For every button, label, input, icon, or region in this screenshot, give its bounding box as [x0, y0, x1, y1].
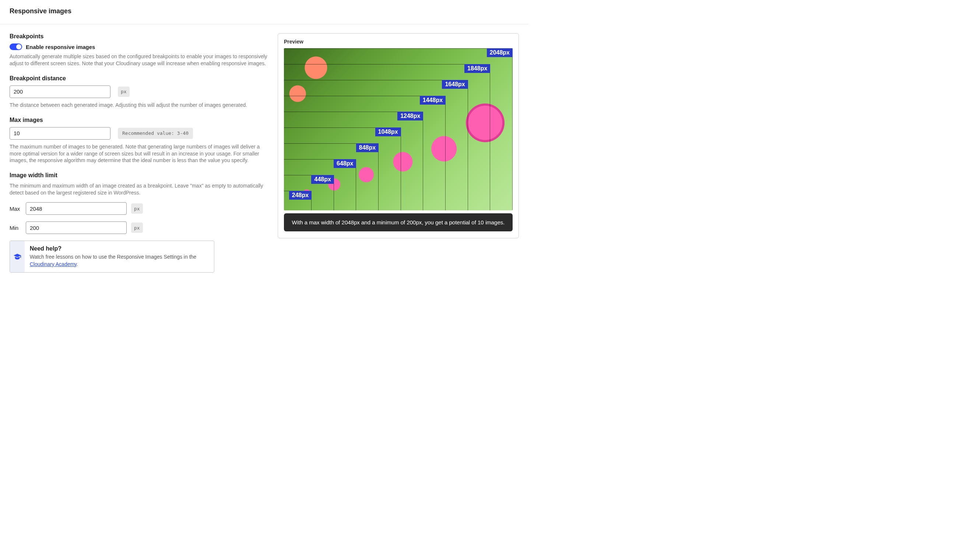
preview-frame-label: 1848px	[464, 64, 490, 73]
distance-unit: px	[118, 87, 130, 97]
preview-frame-label: 2048px	[487, 48, 513, 57]
help-card-body: Watch free lessons on how to use the Res…	[30, 253, 209, 268]
width-limit-help: The minimum and maximum width of an imag…	[9, 182, 267, 197]
distance-input[interactable]	[9, 85, 110, 98]
enable-responsive-toggle[interactable]	[9, 44, 22, 50]
preview-panel: Preview 2048px1848px1648px1448px1248px10…	[278, 33, 519, 238]
max-images-input[interactable]	[9, 127, 110, 140]
preview-caption: With a max width of 2048px and a minimum…	[284, 213, 513, 231]
preview-frame-label: 848px	[356, 143, 379, 152]
help-card-suffix: .	[77, 261, 78, 267]
max-width-unit: px	[131, 203, 143, 214]
academy-icon	[10, 241, 25, 272]
help-card-title: Need help?	[30, 245, 209, 252]
max-images-recommended: Recommended value: 3-40	[118, 128, 193, 139]
breakpoints-title: Breakpoints	[9, 33, 267, 40]
preview-frame-label: 448px	[311, 175, 333, 184]
max-width-input[interactable]	[26, 202, 127, 215]
min-width-input[interactable]	[26, 222, 127, 234]
preview-title: Preview	[284, 39, 513, 44]
enable-responsive-label: Enable responsive images	[26, 44, 95, 50]
help-card-prefix: Watch free lessons on how to use the Res…	[30, 254, 196, 260]
distance-help: The distance between each generated imag…	[9, 102, 267, 109]
preview-frame-label: 1248px	[397, 112, 423, 121]
divider	[0, 24, 528, 24]
preview-image: 2048px1848px1648px1448px1248px1048px848p…	[284, 48, 513, 210]
min-width-unit: px	[131, 223, 143, 233]
academy-link[interactable]: Cloudinary Academy	[30, 261, 77, 267]
min-width-label: Min	[9, 225, 21, 231]
preview-frame-label: 1648px	[442, 80, 468, 89]
help-card: Need help? Watch free lessons on how to …	[9, 241, 214, 273]
max-images-label: Max images	[9, 117, 267, 123]
preview-frame-label: 1448px	[420, 96, 446, 105]
preview-frame: 248px	[284, 191, 311, 210]
preview-frame-label: 648px	[333, 159, 356, 168]
page-title: Responsive images	[9, 7, 519, 24]
width-limit-label: Image width limit	[9, 172, 267, 179]
settings-column: Breakpoints Enable responsive images Aut…	[9, 33, 267, 273]
max-images-help: The maximum number of images to be gener…	[9, 143, 267, 164]
preview-frame-label: 1048px	[375, 127, 401, 136]
breakpoints-help: Automatically generate multiple sizes ba…	[9, 53, 267, 67]
preview-frame-label: 248px	[289, 191, 311, 200]
distance-label: Breakpoint distance	[9, 75, 267, 82]
max-width-label: Max	[9, 206, 21, 212]
